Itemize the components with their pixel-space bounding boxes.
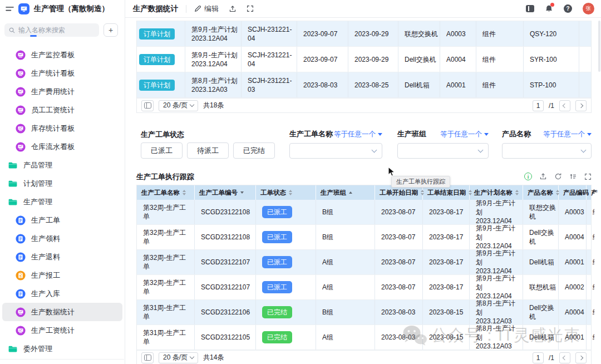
sidebar-item[interactable]: 员工工资统计 [2, 101, 122, 119]
sidebar: 生产管理（离散制造） 输入名称来搜索 + 生产监控看板生产统计看板生产费用统计员… [0, 0, 125, 364]
sort-icon [349, 191, 352, 194]
column-header[interactable]: 产 [587, 185, 599, 200]
sidebar-item[interactable]: 生产数据统计 [2, 303, 122, 321]
table-cell: SCJH-231221- 04 [242, 21, 297, 46]
sidebar-item[interactable]: 库存统计看板 [2, 119, 122, 137]
dashboard-icon [16, 105, 26, 115]
refresh-icon[interactable] [554, 173, 562, 180]
fullscreen-icon[interactable] [247, 5, 254, 12]
sidebar-item[interactable]: 生产领料 [2, 229, 122, 248]
add-button[interactable]: + [104, 23, 118, 37]
column-settings-icon[interactable] [141, 100, 154, 111]
next-page-button[interactable] [575, 352, 587, 363]
table-row[interactable]: 第32周-生产工单SCGD23122107已派工A组2023-08-072023… [137, 250, 591, 275]
sidebar-item[interactable]: 委外管理 [2, 340, 122, 358]
table-row[interactable]: 第32周-生产工单SCGD23122108已派工B组2023-08-072023… [137, 225, 591, 250]
sidebar-item[interactable]: 生产退料 [2, 248, 122, 266]
sidebar-item[interactable]: 计划管理 [2, 174, 122, 193]
tooltip: 生产工单执行跟踪 [391, 176, 450, 188]
table-cell [579, 72, 591, 97]
sidebar-item[interactable]: 生产统计看板 [2, 64, 122, 82]
sidebar-item[interactable]: 产品管理 [2, 156, 122, 174]
team-select[interactable] [397, 143, 489, 159]
table-cell: 第31周-生产工单 [137, 325, 195, 350]
sidebar-item[interactable]: 仓库流水看板 [2, 137, 122, 156]
page-number[interactable]: 1 [533, 352, 544, 363]
table-row[interactable]: 订单计划第8月-生产计划 2023.12A03SCJH-231221- 0320… [137, 72, 591, 98]
share-icon[interactable] [229, 5, 237, 13]
table-cell: A0001 [559, 250, 587, 274]
table-row[interactable]: 订单计划第9月-生产计划 2023.12A04SCJH-231221- 0420… [137, 47, 591, 72]
sidebar-item-admin[interactable]: 管理后台 [0, 359, 124, 364]
table-row[interactable]: 第32周-生产工单SCGD23122108已派工B组2023-08-072023… [137, 200, 591, 225]
column-settings-icon[interactable] [141, 352, 154, 363]
table-cell: 订单计划 [137, 72, 185, 97]
column-header[interactable]: 工单状态 [256, 185, 316, 200]
column-header[interactable]: 产品名称 [523, 185, 559, 200]
production-plan-table: 订单计划第9月-生产计划 2023.12A04SCJH-231221- 0420… [136, 21, 592, 113]
table-cell: 第9月-生产计划 2023.12A04 [470, 225, 523, 249]
sidebar-item[interactable]: 生产费用统计 [2, 82, 122, 101]
notification-bell-icon[interactable] [545, 4, 553, 13]
doc-icon [16, 215, 26, 225]
page-size-select[interactable]: 20 条/页 [159, 100, 198, 111]
product-select[interactable] [502, 143, 592, 159]
order-name-select[interactable] [289, 143, 382, 159]
prev-page-button[interactable] [559, 100, 570, 111]
table-cell: 2023-08-17 [423, 225, 470, 249]
chevron-down-icon [478, 147, 484, 153]
table-row[interactable]: 第32周-生产工单SCGD23122107已派工A组2023-08-072023… [137, 275, 591, 300]
edit-button[interactable]: 编辑 [194, 4, 219, 14]
sidebar-item[interactable]: 生产报工 [2, 266, 122, 284]
column-header[interactable]: 生产工单编号 [195, 185, 256, 200]
table-cell: 第8月-生产计划 2023.12A03 [470, 325, 523, 350]
table-cell: 第9月-生产计划 2023.12A04 [185, 21, 242, 46]
expand-icon[interactable] [584, 173, 592, 180]
avatar[interactable]: 张 [583, 3, 594, 14]
page-number[interactable]: 1 [533, 100, 544, 111]
filter-label: 生产工单名称 [289, 129, 333, 139]
filter-operator[interactable]: 等于任意一个 [334, 130, 382, 139]
column-header[interactable]: 生产计划名称 [470, 185, 523, 200]
sort-settings-icon[interactable] [569, 173, 577, 180]
table-cell: 已完结 [256, 300, 316, 324]
column-header[interactable]: 产品编码 [559, 185, 587, 200]
status-badge: 已派工 [262, 206, 292, 218]
sort-icon [240, 191, 244, 194]
chevron-down-icon [581, 147, 587, 153]
filter-operator[interactable]: 等于任意一个 [543, 130, 592, 139]
export-icon[interactable] [539, 173, 547, 180]
status-option-finished[interactable]: 已完结 [233, 142, 275, 159]
sidebar-toggle-icon[interactable] [526, 5, 534, 12]
partially-visible-item [30, 35, 37, 37]
search-input[interactable]: 输入名称来搜索 [4, 23, 99, 37]
info-icon[interactable]: i [524, 173, 532, 180]
column-label: 生产工单名称 [141, 189, 180, 197]
column-header[interactable]: 生产班组 [316, 185, 375, 200]
help-icon[interactable]: ? [564, 4, 572, 13]
table-row[interactable]: 订单计划第9月-生产计划 2023.12A04SCJH-231221- 0420… [137, 21, 591, 47]
table-cell: 2023-09-29 [348, 21, 398, 46]
sidebar-item[interactable]: 生产管理 [2, 193, 122, 211]
sidebar-item[interactable]: 生产入库 [2, 284, 122, 303]
table-row[interactable]: 第31周-生产工单SCGD23122105已完结A组2023-08-032023… [137, 325, 591, 350]
menu-toggle-icon[interactable] [6, 6, 14, 12]
sidebar-item[interactable]: 生产工单 [2, 211, 122, 229]
status-option-dispatched[interactable]: 已派工 [141, 142, 183, 159]
filter-operator[interactable]: 等于任意一个 [440, 130, 489, 139]
sidebar-item[interactable]: 生产监控看板 [2, 46, 122, 64]
status-option-pending[interactable]: 待派工 [187, 142, 229, 159]
prev-page-button[interactable] [559, 352, 570, 363]
report-icon [16, 270, 26, 281]
table-cell: 第31周-生产工单 [137, 300, 195, 324]
sidebar-item-label: 库存统计看板 [31, 124, 75, 134]
table-row[interactable]: 第31周-生产工单SCGD23122106已完结B组2023-08-032023… [137, 300, 591, 325]
scrollbar-thumb[interactable] [598, 21, 600, 72]
status-badge: 已派工 [262, 281, 292, 293]
table-cell: Dell机箱 [398, 72, 440, 97]
page-size-select[interactable]: 20 条/页 [159, 352, 198, 363]
table-cell: 2023-08-25 [348, 72, 398, 97]
column-header[interactable]: 生产工单名称 [137, 185, 195, 200]
next-page-button[interactable] [575, 100, 587, 111]
sidebar-item[interactable]: 生产工资统计 [2, 321, 122, 340]
